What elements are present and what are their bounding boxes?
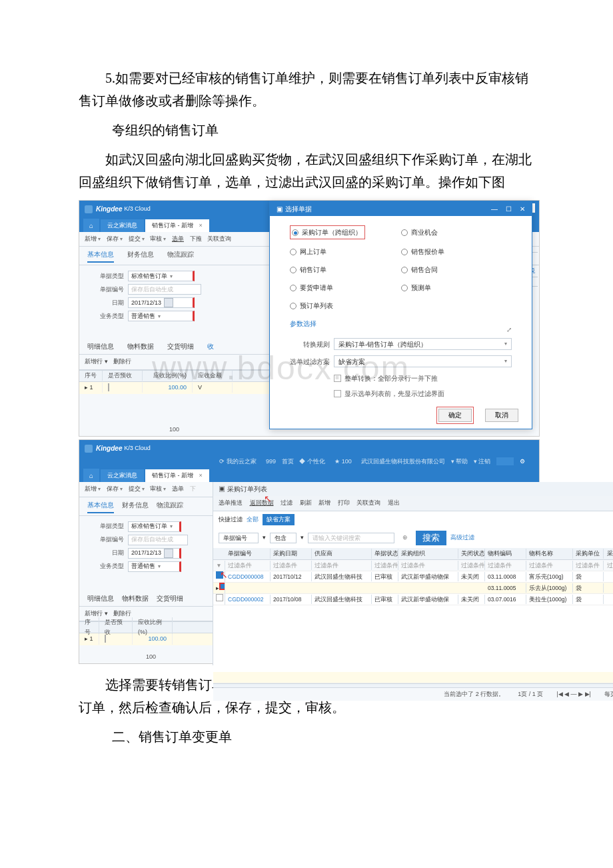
radio-reserve-list[interactable]: 预订单列表 xyxy=(290,300,401,311)
col-supplier[interactable]: 供应商 xyxy=(312,549,372,558)
tab-basic-info[interactable]: 基本信息 xyxy=(87,499,114,513)
save-button[interactable]: 保存 xyxy=(107,485,123,492)
tab-messages[interactable]: 云之家消息 xyxy=(101,219,144,232)
dg-filter-row[interactable]: ▼ 过滤条件过滤条件过滤条件过滤条件过滤条件过滤条件过滤条件过滤条件过滤条件过滤… xyxy=(213,560,613,571)
bill-type-select[interactable]: 标准销售订单 xyxy=(128,271,195,281)
dg-row-2[interactable]: ▸ 03.11.0005 乐去从(1000g) 袋 50 2017/10 xyxy=(213,583,613,594)
tab-material[interactable]: 物料数据 xyxy=(127,341,154,352)
close-icon[interactable]: × xyxy=(199,222,203,229)
tab-receive[interactable]: 收 xyxy=(207,341,214,352)
new-button[interactable]: 新增 xyxy=(85,485,101,492)
close-icon[interactable]: × xyxy=(199,472,203,479)
col-close[interactable]: 关闭状态 xyxy=(458,549,485,558)
col-billnum[interactable]: 单据编号 xyxy=(225,549,271,558)
new-button[interactable]: 新增 xyxy=(85,235,101,242)
biz-type-select[interactable]: 普通销售 xyxy=(128,561,181,572)
col-qty[interactable]: 采购数量 xyxy=(604,549,613,558)
show-filter-checkbox[interactable]: 显示选单列表前，先显示过滤界面 xyxy=(334,388,512,399)
biz-type-select[interactable]: 普通销售 xyxy=(128,311,195,321)
tab-detail[interactable]: 明细信息 xyxy=(87,593,114,604)
radio-sales-order[interactable]: 销售订单 xyxy=(290,264,401,275)
col-date[interactable]: 采购日期 xyxy=(271,549,312,558)
bill-type-select[interactable]: 标准销售订单 xyxy=(128,521,181,532)
submit-button[interactable]: 提交 xyxy=(129,485,145,492)
refresh-button[interactable]: 刷新 xyxy=(300,499,312,506)
minimize-icon[interactable]: — xyxy=(491,203,498,215)
radio-requisition[interactable]: 要货申请单 xyxy=(290,282,401,293)
tab-sales-order-new[interactable]: 销售订单 - 新增 × xyxy=(145,219,209,232)
col-status[interactable]: 单据状态 xyxy=(372,549,398,558)
grid-row-1[interactable]: ▸ 1 100.00 V xyxy=(79,382,269,394)
tab-logistics[interactable]: 物流跟踪 xyxy=(167,249,194,263)
tab-finance-info[interactable]: 财务信息 xyxy=(122,499,149,513)
search-field-select[interactable]: 单据编号 xyxy=(219,533,259,543)
radio-opportunity[interactable]: 商业机会 xyxy=(401,225,512,239)
save-button[interactable]: 保存 xyxy=(107,235,123,242)
col-unit[interactable]: 采购单位 xyxy=(573,549,604,558)
select-bill-button[interactable]: 选单 xyxy=(172,485,184,492)
date-input[interactable]: 2017/12/13 xyxy=(128,548,181,559)
tab-delivery[interactable]: 交货明细 xyxy=(167,341,194,352)
submit-button[interactable]: 提交 xyxy=(129,235,145,242)
rule-select[interactable]: 采购订单-销售订单（跨组织） xyxy=(334,338,512,350)
ok-button[interactable]: 确定 xyxy=(438,409,472,422)
filter-scheme-select[interactable]: 缺省方案 xyxy=(334,355,512,367)
prepay-checkbox[interactable] xyxy=(105,635,106,643)
search-button[interactable]: 搜索 xyxy=(416,531,446,545)
tab-logistics[interactable]: 物流跟踪 xyxy=(157,499,183,513)
filter-default[interactable]: 缺省方案 xyxy=(263,514,295,525)
tab-messages[interactable]: 云之家消息 xyxy=(101,469,144,482)
expand-icon[interactable]: ⤢ xyxy=(290,324,512,335)
tab-sales-order-new[interactable]: 销售订单 - 新增 × xyxy=(145,469,209,482)
close-modal-icon[interactable]: ✕ xyxy=(520,203,525,215)
whole-bill-checkbox[interactable]: 整单转换：全部分录行一并下推 xyxy=(334,373,512,384)
delete-row-button[interactable]: 删除行 xyxy=(113,610,131,617)
tab-detail[interactable]: 明细信息 xyxy=(87,341,114,352)
select-bill-button[interactable]: 选单 xyxy=(172,235,184,242)
dg-row-1[interactable]: CGDD000008 2017/10/12 武汉回盛生物科技 已审核 武汉新华盛… xyxy=(213,571,613,583)
select-push-button[interactable]: 选单推送 xyxy=(219,499,243,506)
radio-forecast[interactable]: 预测单 xyxy=(401,282,512,293)
row-checkbox[interactable] xyxy=(216,594,223,601)
grid-row-1b[interactable]: ▸ 1 100.00 xyxy=(79,633,213,645)
related-query-button[interactable]: 关联查询 xyxy=(356,499,380,506)
home-tab[interactable]: ⌂ xyxy=(83,219,99,232)
radio-sales-contract[interactable]: 销售合同 xyxy=(401,264,512,275)
filter-button[interactable]: 过滤 xyxy=(281,499,293,506)
advanced-filter-link[interactable]: 高级过滤 xyxy=(450,533,474,543)
tab-finance-info[interactable]: 财务信息 xyxy=(127,249,154,263)
col-mname[interactable]: 物料名称 xyxy=(526,549,573,558)
new-button[interactable]: 新增 xyxy=(318,499,330,506)
exit-button[interactable]: 退出 xyxy=(388,499,400,506)
search-op-select[interactable]: 包含 xyxy=(270,533,297,543)
tab-delivery[interactable]: 交货明细 xyxy=(157,593,183,604)
col-mcode[interactable]: 物料编码 xyxy=(485,549,526,558)
filter-all[interactable]: 全部 xyxy=(247,515,259,525)
search-input[interactable]: 请输入关键词搜索 xyxy=(308,533,394,543)
maximize-icon[interactable]: ☐ xyxy=(506,203,512,215)
bill-num-input[interactable]: 保存后自动生成 xyxy=(128,284,201,295)
add-row-button[interactable]: 新增行 ▾ xyxy=(85,358,108,365)
radio-purchase-cross-org[interactable]: 采购订单（跨组织） xyxy=(290,225,365,239)
date-input[interactable]: 2017/12/13 xyxy=(128,297,195,308)
row-checkbox-highlighted[interactable] xyxy=(219,583,225,590)
push-button[interactable]: 下推 xyxy=(190,235,202,242)
bill-num-input[interactable]: 保存后自动生成 xyxy=(128,535,188,545)
tab-basic-info[interactable]: 基本信息 xyxy=(87,249,114,263)
related-query[interactable]: 关联查询 xyxy=(207,235,231,242)
audit-button[interactable]: 审核 xyxy=(150,235,166,242)
audit-button[interactable]: 审核 xyxy=(150,485,166,492)
return-data-button[interactable]: 返回数据 xyxy=(250,499,274,506)
add-row-button[interactable]: 新增行 ▾ xyxy=(85,610,108,617)
prepay-checkbox[interactable] xyxy=(108,383,109,391)
tab-material[interactable]: 物料数据 xyxy=(122,593,149,604)
radio-sales-quote[interactable]: 销售报价单 xyxy=(401,246,512,257)
radio-online-order[interactable]: 网上订单 xyxy=(290,246,401,257)
home-tab[interactable]: ⌂ xyxy=(83,469,99,482)
dg-row-3[interactable]: CGDD000002 2017/10/08 武汉回盛生物科技 已审核 武汉新华盛… xyxy=(213,594,613,605)
delete-row-button[interactable]: 删除行 xyxy=(113,358,131,365)
cancel-button[interactable]: 取消 xyxy=(485,409,518,422)
row-checkbox[interactable] xyxy=(216,571,223,579)
col-org[interactable]: 采购组织 xyxy=(398,549,458,558)
print-button[interactable]: 打印 xyxy=(338,499,350,506)
